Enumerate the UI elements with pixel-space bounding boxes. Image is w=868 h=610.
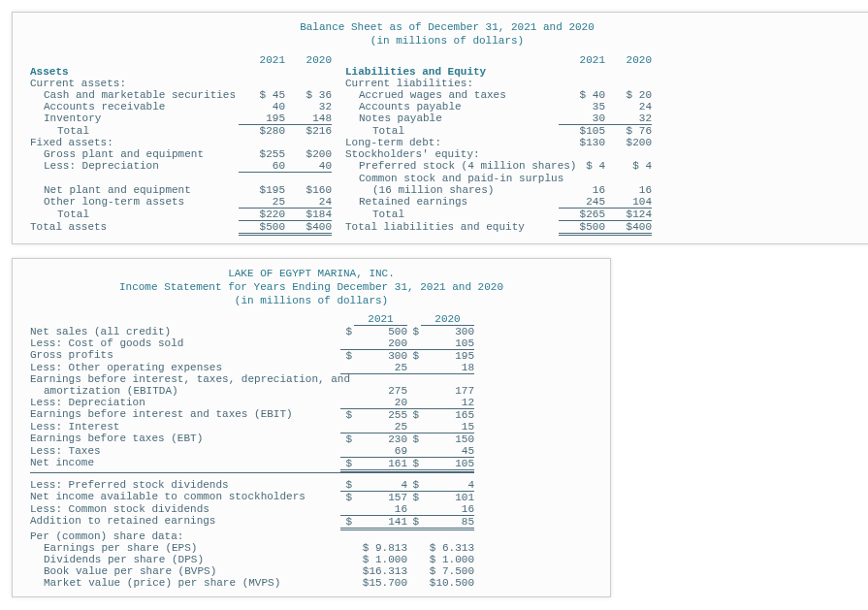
current-assets-label: Current assets: <box>30 78 239 89</box>
is-row-val2: 177 <box>421 385 474 397</box>
gross-2020: $200 <box>285 148 332 160</box>
ar-2021: 40 <box>239 101 285 112</box>
is-row-sym2: $ <box>407 491 421 503</box>
is-row-sym1 <box>340 337 354 349</box>
is-row-val2 <box>421 530 474 542</box>
is-row-sym1 <box>340 373 354 385</box>
is-row-val1: 161 <box>354 457 407 472</box>
is-row-sym1: $ <box>340 491 354 503</box>
is-title-block: LAKE OF EGYPT MARINA, INC. Income Statem… <box>30 267 593 308</box>
se-total-2021: $265 <box>559 209 605 221</box>
dep-2020: 40 <box>285 160 332 173</box>
is-row-label: Net income <box>30 457 340 472</box>
is-row-sym2 <box>407 554 421 565</box>
pref-2021: $ 4 <box>559 160 605 173</box>
ta-2021: $500 <box>239 221 285 236</box>
is-row-label: Gross profits <box>30 349 340 362</box>
is-row-val2: $ 7.500 <box>421 565 474 577</box>
is-title-1: LAKE OF EGYPT MARINA, INC. <box>30 267 593 280</box>
is-row-sym1: $ <box>340 433 354 445</box>
is-row-sym1 <box>340 362 354 373</box>
fa-total-2020: $184 <box>285 209 332 221</box>
current-liab-label: Current liabilities: <box>345 78 559 89</box>
is-row-val1: 25 <box>354 362 407 373</box>
other-2021: 25 <box>239 196 285 209</box>
is-row-val1: 16 <box>354 503 407 515</box>
ca-total-label: Total <box>30 125 239 137</box>
is-row-val1 <box>354 373 407 385</box>
ca-total-2021: $280 <box>239 125 285 137</box>
is-row-label: Less: Interest <box>30 421 340 433</box>
np-label: Notes payable <box>345 112 559 125</box>
is-row-sym2: $ <box>407 479 421 491</box>
ltd-label: Long-term debt: <box>345 137 559 148</box>
cash-label: Cash and marketable securities <box>30 89 239 101</box>
inv-2020: 148 <box>285 112 332 125</box>
pref-label: Preferred stock (4 million shares) <box>345 160 559 173</box>
is-row-label: Book value per share (BVPS) <box>30 565 340 577</box>
is-row-val2 <box>421 373 474 385</box>
ta-2020: $400 <box>285 221 332 236</box>
is-row-label: Addition to retained earnings <box>30 515 340 530</box>
is-row-val1: 300 <box>354 349 407 362</box>
ap-2021: 35 <box>559 101 605 112</box>
ar-2020: 32 <box>285 101 332 112</box>
is-row-sym2: $ <box>407 326 421 337</box>
is-row-val2: 4 <box>421 479 474 491</box>
is-row-val2: 195 <box>421 349 474 362</box>
is-row-sym2 <box>407 445 421 457</box>
is-row-val2: 101 <box>421 491 474 503</box>
is-row-label: Less: Preferred stock dividends <box>30 479 340 491</box>
is-row-sym1 <box>340 503 354 515</box>
common-2021: 16 <box>559 184 605 196</box>
is-row-val1: 69 <box>354 445 407 457</box>
fa-head: Fixed assets: <box>30 137 239 148</box>
is-row-sym1 <box>340 421 354 433</box>
is-row-val2: 150 <box>421 433 474 445</box>
other-label: Other long-term assets <box>30 196 239 209</box>
is-row-val2: $ 6.313 <box>421 542 474 554</box>
is-row-sym1: $ <box>340 326 354 337</box>
is-row-val2: $ 1.000 <box>421 554 474 565</box>
gross-label: Gross plant and equipment <box>30 148 239 160</box>
is-row-val1: 141 <box>354 515 407 530</box>
cash-2021: $ 45 <box>239 89 285 101</box>
accrued-2020: $ 20 <box>605 89 652 101</box>
is-row-val1: $ 1.000 <box>354 554 407 565</box>
is-row-label: Dividends per share (DPS) <box>30 554 340 565</box>
is-year1: 2021 <box>354 313 407 326</box>
dep-2021: 60 <box>239 160 285 173</box>
inv-label: Inventory <box>30 112 239 125</box>
is-row-sym2 <box>407 362 421 373</box>
is-row-sym1 <box>340 577 354 589</box>
is-row-sym1 <box>340 565 354 577</box>
is-row-val1: 25 <box>354 421 407 433</box>
is-row-val2: 105 <box>421 457 474 472</box>
bs-right-year1: 2021 <box>559 54 605 66</box>
tle-2021: $500 <box>559 221 605 236</box>
se-total-label: Total <box>345 209 559 221</box>
is-row-label: Earnings before interest, taxes, depreci… <box>30 373 340 385</box>
ap-2020: 24 <box>605 101 652 112</box>
ap-label: Accounts payable <box>345 101 559 112</box>
is-row-sym2: $ <box>407 433 421 445</box>
netpe-2020: $160 <box>285 184 332 196</box>
is-row-sym2 <box>407 337 421 349</box>
cl-total-label: Total <box>345 125 559 137</box>
accrued-2021: $ 40 <box>559 89 605 101</box>
ltd-2020: $200 <box>605 137 652 148</box>
bs-left-year1: 2021 <box>239 54 285 66</box>
is-row-val2: 16 <box>421 503 474 515</box>
common-2020: 16 <box>605 184 652 196</box>
is-row-val1: $16.313 <box>354 565 407 577</box>
inv-2021: 195 <box>239 112 285 125</box>
is-row-sym1: $ <box>340 479 354 491</box>
is-row-val2: 165 <box>421 408 474 421</box>
is-row-sym1: $ <box>340 349 354 362</box>
cash-2020: $ 36 <box>285 89 332 101</box>
is-row-sym2 <box>407 577 421 589</box>
is-row-val1: $15.700 <box>354 577 407 589</box>
is-row-label: Market value (price) per share (MVPS) <box>30 577 340 589</box>
is-row-sym2 <box>407 503 421 515</box>
re-2020: 104 <box>605 196 652 209</box>
